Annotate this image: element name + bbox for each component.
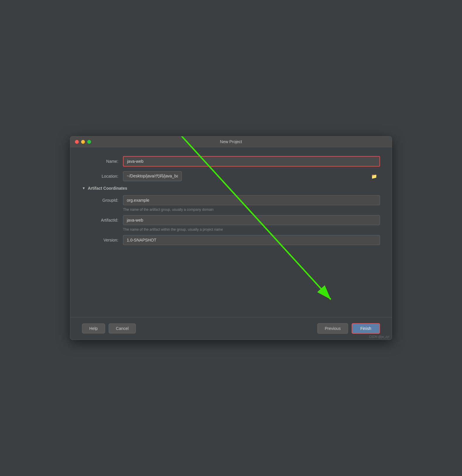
location-label: Location: xyxy=(82,174,123,179)
previous-button[interactable]: Previous xyxy=(317,323,348,334)
artifactid-hint: The name of the artifact within the grou… xyxy=(123,227,380,232)
form-content: 随便写个项目名称，其他默认 Name: Location: 📁 ▼ Artifa… xyxy=(70,147,392,317)
location-input[interactable] xyxy=(123,171,182,181)
footer-left: Help Cancel xyxy=(82,323,136,333)
annotation-arrow xyxy=(82,250,380,308)
footer: Help Cancel Previous Finish xyxy=(70,317,392,340)
groupid-hint: The name of the artifact group, usually … xyxy=(123,208,380,212)
groupid-row: GroupId: xyxy=(82,195,380,205)
groupid-label: GroupId: xyxy=(82,198,123,203)
folder-icon[interactable]: 📁 xyxy=(371,174,377,179)
close-button[interactable] xyxy=(75,140,79,144)
new-project-dialog: New Project 随便写个项目名称，其他默认 Name: Location… xyxy=(70,136,392,340)
dialog-title: New Project xyxy=(220,139,242,144)
minimize-button[interactable] xyxy=(81,140,85,144)
artifactid-row: ArtifactId: xyxy=(82,215,380,225)
footer-right: Previous Finish xyxy=(317,323,380,334)
window-controls xyxy=(75,140,91,144)
help-button[interactable]: Help xyxy=(82,323,105,333)
cancel-button[interactable]: Cancel xyxy=(109,323,136,333)
location-input-wrapper: 📁 xyxy=(123,171,380,181)
artifactid-input[interactable] xyxy=(123,215,380,225)
name-input[interactable] xyxy=(123,156,380,167)
watermark: CSDN @jw_zyr xyxy=(369,335,389,338)
version-input[interactable] xyxy=(123,235,380,245)
spacer xyxy=(82,250,380,308)
section-label: Artifact Coordinates xyxy=(88,186,127,191)
location-row: Location: 📁 xyxy=(82,171,380,181)
version-label: Version: xyxy=(82,238,123,242)
name-row: Name: xyxy=(82,156,380,167)
maximize-button[interactable] xyxy=(87,140,91,144)
artifactid-label: ArtifactId: xyxy=(82,218,123,222)
version-row: Version: xyxy=(82,235,380,245)
groupid-input[interactable] xyxy=(123,195,380,205)
title-bar: New Project xyxy=(70,136,392,147)
name-label: Name: xyxy=(82,159,123,164)
section-arrow[interactable]: ▼ xyxy=(82,186,85,190)
finish-button[interactable]: Finish xyxy=(352,323,380,334)
